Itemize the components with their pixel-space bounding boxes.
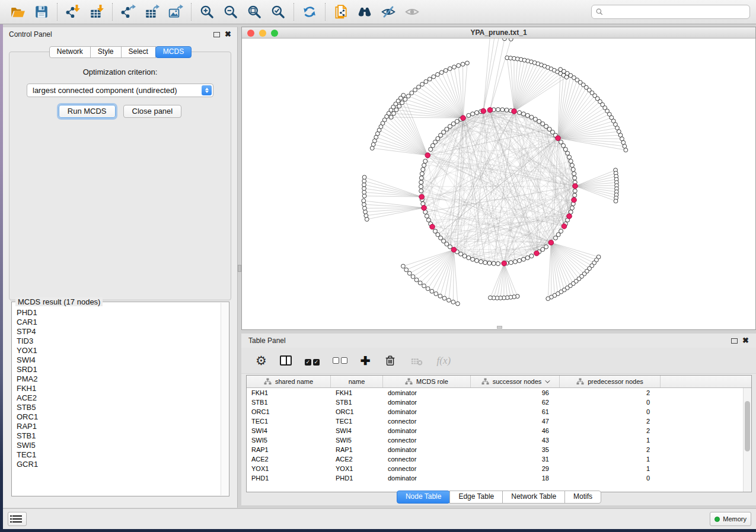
table-row[interactable]: YOX1YOX1connector291 — [247, 464, 751, 473]
add-column-button[interactable]: ✚ — [361, 352, 371, 370]
columns-button[interactable] — [280, 352, 292, 370]
column-header-name[interactable]: name — [331, 376, 383, 387]
window-close-icon[interactable] — [247, 30, 254, 37]
table-cell[interactable]: STB1 — [331, 398, 383, 407]
table-cell[interactable]: 1 — [560, 464, 661, 473]
column-header-successor-nodes[interactable]: successor nodes — [471, 376, 560, 387]
table-cell[interactable]: 29 — [471, 464, 560, 473]
table-cell[interactable]: STB1 — [247, 398, 331, 407]
close-table-panel-icon[interactable]: ✖ — [742, 338, 749, 344]
table-cell[interactable]: 35 — [471, 445, 560, 454]
select-all-button[interactable]: ✓✓ — [305, 352, 320, 370]
network-canvas[interactable] — [242, 39, 755, 329]
table-scrollbar-thumb[interactable] — [745, 401, 750, 451]
show-details-button[interactable] — [400, 2, 424, 22]
table-row[interactable]: TEC1TEC1connector472 — [247, 416, 751, 426]
task-history-button[interactable] — [8, 512, 27, 526]
gear-button[interactable]: ⚙ — [256, 352, 267, 370]
tab-style[interactable]: Style — [90, 46, 122, 58]
mcds-result-item[interactable]: TEC1 — [17, 450, 219, 460]
table-cell[interactable]: 47 — [471, 416, 560, 426]
window-zoom-icon[interactable] — [271, 30, 278, 37]
window-minimize-icon[interactable] — [259, 30, 266, 37]
table-cell[interactable]: 0 — [560, 473, 661, 483]
network-graph[interactable] — [242, 39, 755, 329]
table-cell[interactable]: FKH1 — [331, 388, 383, 398]
zoom-in-button[interactable] — [195, 2, 219, 22]
tab-select[interactable]: Select — [121, 46, 156, 58]
table-row[interactable]: ORC1ORC1dominator610 — [247, 407, 751, 416]
table-cell[interactable]: ACE2 — [247, 454, 331, 464]
mcds-result-item[interactable]: STB1 — [17, 431, 219, 441]
table-cell[interactable]: connector — [383, 435, 471, 445]
delete-table-button[interactable] — [410, 352, 424, 370]
table-cell[interactable]: 31 — [471, 454, 560, 464]
mcds-result-item[interactable]: ORC1 — [17, 412, 219, 422]
mcds-result-item[interactable]: CAR1 — [17, 318, 219, 327]
table-row[interactable]: PHD1PHD1dominator180 — [247, 473, 751, 483]
table-cell[interactable]: 2 — [560, 416, 661, 426]
table-cell[interactable]: TEC1 — [247, 416, 331, 426]
function-builder-button[interactable]: f(x) — [437, 352, 451, 370]
column-header-shared-name[interactable]: shared name — [247, 376, 331, 387]
table-cell[interactable]: connector — [383, 464, 471, 473]
close-panel-icon[interactable]: ✖ — [225, 31, 231, 37]
tab-node-table[interactable]: Node Table — [397, 491, 451, 504]
table-cell[interactable]: ACE2 — [331, 454, 383, 464]
table-cell[interactable]: dominator — [383, 426, 471, 435]
table-row[interactable]: ACE2ACE2connector311 — [247, 454, 751, 464]
tab-edge-table[interactable]: Edge Table — [449, 491, 503, 504]
save-session-button[interactable] — [30, 2, 53, 22]
mcds-result-item[interactable]: TID3 — [17, 336, 219, 346]
table-cell[interactable]: 62 — [471, 398, 560, 407]
mcds-result-list[interactable]: PHD1CAR1STP4TID3YOX1SWI4SRD1PMA2FKH1ACE2… — [17, 308, 219, 493]
run-mcds-button[interactable]: Run MCDS — [59, 105, 116, 118]
table-cell[interactable]: TEC1 — [331, 416, 383, 426]
table-cell[interactable]: ORC1 — [331, 407, 383, 416]
zoom-fit-button[interactable] — [243, 2, 266, 22]
table-cell[interactable]: 0 — [560, 407, 661, 416]
deselect-all-button[interactable] — [333, 352, 347, 370]
mcds-result-item[interactable]: YOX1 — [17, 346, 219, 355]
table-row[interactable]: RAP1RAP1dominator352 — [247, 445, 751, 454]
table-row[interactable]: SWI5SWI5connector431 — [247, 435, 751, 445]
table-cell[interactable]: YOX1 — [247, 464, 331, 473]
mcds-result-item[interactable]: SWI5 — [17, 441, 219, 450]
table-cell[interactable]: 2 — [560, 426, 661, 435]
find-binoculars-button[interactable] — [353, 2, 377, 22]
table-cell[interactable]: 2 — [560, 388, 661, 398]
mcds-result-item[interactable]: SWI4 — [17, 355, 219, 365]
table-cell[interactable]: dominator — [383, 407, 471, 416]
table-cell[interactable]: PHD1 — [247, 473, 331, 483]
tab-network[interactable]: Network — [49, 46, 91, 58]
table-cell[interactable]: dominator — [383, 388, 471, 398]
import-network-button[interactable] — [61, 2, 85, 22]
memory-button[interactable]: Memory — [710, 512, 751, 526]
mcds-result-item[interactable]: PMA2 — [17, 374, 219, 384]
mcds-result-item[interactable]: FKH1 — [17, 384, 219, 393]
tab-network-table[interactable]: Network Table — [502, 491, 565, 504]
network-titlebar[interactable]: YPA_prune.txt_1 — [242, 27, 755, 39]
mcds-result-item[interactable]: STB5 — [17, 403, 219, 412]
search-box[interactable] — [591, 5, 750, 19]
export-image-button[interactable] — [164, 2, 187, 22]
export-network-button[interactable] — [116, 2, 140, 22]
table-cell[interactable]: YOX1 — [331, 464, 383, 473]
table-row[interactable]: STB1STB1dominator620 — [247, 398, 751, 407]
table-cell[interactable]: SWI5 — [331, 435, 383, 445]
table-row[interactable]: SWI4SWI4dominator462 — [247, 426, 751, 435]
refresh-button[interactable] — [298, 2, 321, 22]
hide-details-button[interactable] — [377, 2, 400, 22]
table-cell[interactable]: connector — [383, 454, 471, 464]
canvas-splitter-handle[interactable] — [497, 326, 502, 329]
table-cell[interactable]: ORC1 — [247, 407, 331, 416]
table-cell[interactable]: SWI4 — [247, 426, 331, 435]
optimization-select[interactable]: largest connected component (undirected) — [27, 84, 213, 97]
table-cell[interactable]: dominator — [383, 445, 471, 454]
table-cell[interactable]: 1 — [560, 454, 661, 464]
mcds-result-item[interactable]: ACE2 — [17, 393, 219, 403]
delete-column-button[interactable] — [384, 352, 397, 370]
table-cell[interactable]: 1 — [560, 435, 661, 445]
float-panel-icon[interactable] — [213, 32, 220, 37]
table-cell[interactable]: 2 — [560, 445, 661, 454]
